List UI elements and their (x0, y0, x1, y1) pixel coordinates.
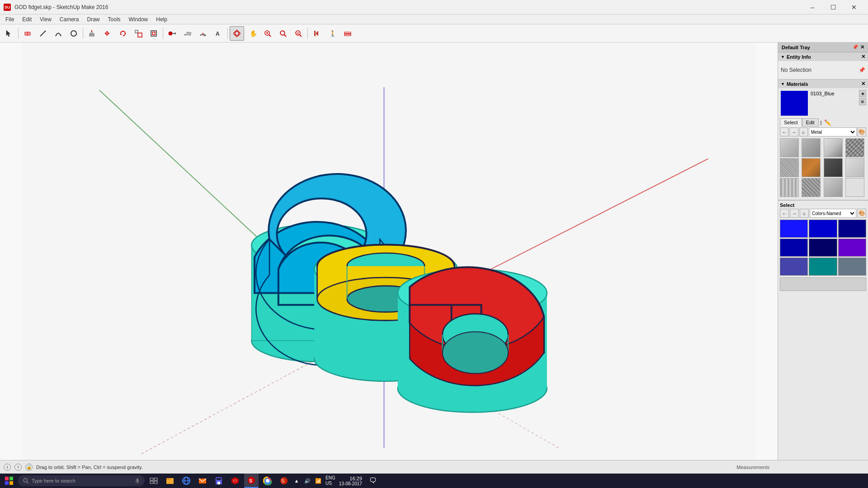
color-cell-8[interactable] (838, 258, 866, 276)
materials-close-icon[interactable]: ✕ (861, 81, 865, 87)
volume-icon[interactable]: 🔊 (304, 477, 311, 484)
protractor-button[interactable] (196, 26, 210, 41)
material-category-dropdown[interactable]: Metal Colors-Named Brick and Cladding St… (809, 127, 857, 136)
zoom-extents-button[interactable]: ⊞ (291, 26, 306, 41)
task-view-button[interactable] (146, 474, 161, 488)
status-icon-lock[interactable]: 🔒 (25, 464, 33, 471)
materials-collapse-icon[interactable]: ▼ (781, 82, 785, 86)
search-bar[interactable]: Type here to search (18, 475, 145, 486)
text-button[interactable]: A (211, 26, 226, 41)
entity-info-collapse-icon[interactable]: ▼ (781, 55, 785, 59)
tape-measure-button[interactable] (165, 26, 179, 41)
line-tool-button[interactable] (36, 26, 50, 41)
menu-camera[interactable]: Camera (56, 15, 83, 23)
color-cell-0[interactable] (780, 220, 808, 238)
zoom-button[interactable] (260, 26, 275, 41)
select2-next-button[interactable]: → (790, 209, 799, 218)
taskbar-app-store[interactable] (212, 474, 226, 488)
antivirus-icon: 🛡 (231, 476, 240, 485)
material-cell-7[interactable] (845, 158, 864, 177)
default-tray-pin-icon[interactable]: 📌 (852, 44, 859, 50)
select2-prev-button[interactable]: ← (780, 209, 789, 218)
menu-window[interactable]: Window (125, 15, 152, 23)
previous-view-button[interactable] (310, 26, 324, 41)
mat-next-button[interactable]: → (789, 127, 798, 136)
material-swatch[interactable] (781, 91, 808, 116)
taskbar-language[interactable]: ENGUS (326, 475, 335, 486)
scale-tool-button[interactable] (131, 26, 146, 41)
taskbar-app-mail[interactable] (195, 474, 210, 488)
taskbar-app-explorer[interactable] (163, 474, 177, 488)
material-cell-0[interactable] (780, 138, 799, 157)
section-plane-button[interactable] (340, 26, 355, 41)
entity-info-close-icon[interactable]: ✕ (861, 54, 865, 60)
material-cell-10[interactable] (824, 178, 843, 197)
mat-swatch-btn-1[interactable]: ◈ (859, 90, 866, 97)
menu-view[interactable]: View (36, 15, 55, 23)
offset-tool-button[interactable] (146, 26, 161, 41)
rotate-tool-button[interactable] (116, 26, 130, 41)
pushpull-tool-button[interactable] (85, 26, 99, 41)
material-cell-3[interactable] (845, 138, 864, 157)
mat-prev-button[interactable]: ← (780, 127, 788, 136)
default-tray-close-icon[interactable]: ✕ (860, 44, 864, 50)
walkthrough-button[interactable]: 🚶 (325, 26, 340, 41)
pan-button[interactable]: ✋ (245, 26, 259, 41)
taskbar-datetime[interactable]: 16:29 13-08-2017 (339, 476, 362, 486)
menu-tools[interactable]: Tools (104, 15, 124, 23)
select2-home-button[interactable]: ⌂ (800, 209, 809, 218)
menu-draw[interactable]: Draw (84, 15, 104, 23)
color-cell-3[interactable] (780, 239, 808, 257)
menu-file[interactable]: File (2, 15, 18, 23)
orbit-button[interactable] (230, 26, 244, 41)
mat-swatch-btn-2[interactable]: ⊕ (859, 98, 866, 105)
material-cell-1[interactable] (802, 138, 821, 157)
zoom-window-button[interactable] (276, 26, 290, 41)
minimize-button[interactable]: – (802, 0, 823, 14)
close-button[interactable]: ✕ (844, 0, 864, 14)
menu-edit[interactable]: Edit (19, 15, 35, 23)
color-cell-4[interactable] (809, 239, 837, 257)
mat-home-button[interactable]: ⌂ (799, 127, 808, 136)
arc-tool-button[interactable] (51, 26, 66, 41)
show-hidden-icons-button[interactable]: ▲ (293, 477, 300, 484)
select-tool-button[interactable] (2, 26, 16, 41)
eraser-tool-button[interactable] (20, 26, 35, 41)
status-icon-warning[interactable]: ! (14, 464, 22, 471)
color-cell-5[interactable] (838, 239, 866, 257)
material-cell-8[interactable] (780, 178, 799, 197)
move-tool-button[interactable]: ✥ (100, 26, 115, 41)
material-cell-4[interactable] (780, 158, 799, 177)
maximize-button[interactable]: ☐ (823, 0, 844, 14)
select2-paint-button[interactable]: 🎨 (857, 209, 866, 218)
taskbar-app-red[interactable]: S (277, 474, 291, 488)
material-cell-6[interactable] (824, 158, 843, 177)
taskbar-app-sketchup[interactable]: S (244, 474, 259, 488)
dimension-button[interactable]: dim (180, 26, 195, 41)
material-tab-extra[interactable]: | (819, 120, 824, 125)
scroll-track[interactable] (780, 277, 866, 291)
color-cell-7[interactable] (809, 258, 837, 276)
viewport[interactable] (0, 42, 778, 460)
taskbar-app-antivirus[interactable]: 🛡 (228, 474, 242, 488)
material-cell-5[interactable] (802, 158, 821, 177)
menu-help[interactable]: Help (152, 15, 171, 23)
color-cell-6[interactable] (780, 258, 808, 276)
material-pencil-icon[interactable]: ✏️ (824, 119, 831, 126)
colors-named-dropdown[interactable]: Colors-Named Metal (810, 209, 856, 218)
material-cell-2[interactable] (824, 138, 843, 157)
taskbar-app-chrome[interactable] (260, 474, 275, 488)
material-tab-edit[interactable]: Edit (802, 118, 819, 127)
color-cell-1[interactable] (809, 220, 837, 238)
start-button[interactable] (2, 474, 16, 488)
entity-info-pin-icon[interactable]: 📌 (859, 67, 865, 73)
status-icon-info[interactable]: i (4, 464, 11, 471)
material-cell-9[interactable] (802, 178, 821, 197)
material-tab-select[interactable]: Select (780, 118, 802, 127)
taskbar-app-ie[interactable] (179, 474, 193, 488)
color-cell-2[interactable] (838, 220, 866, 238)
circle-tool-button[interactable] (66, 26, 81, 41)
notification-center-button[interactable]: 🗨 (366, 474, 380, 488)
mat-paint-button[interactable]: 🎨 (858, 127, 866, 136)
network-icon[interactable]: 📶 (315, 477, 322, 484)
